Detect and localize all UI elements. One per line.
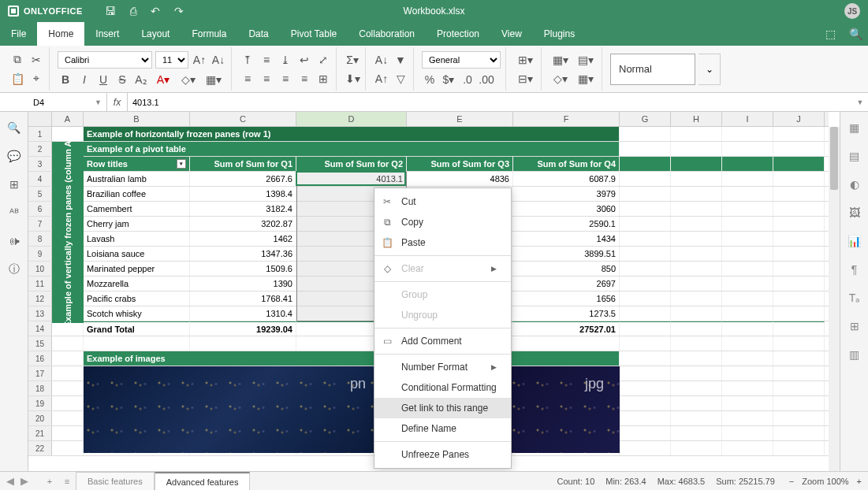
cell[interactable]	[620, 396, 671, 410]
cell[interactable]	[722, 157, 773, 171]
menu-layout[interactable]: Layout	[130, 22, 181, 46]
cell[interactable]	[671, 321, 722, 336]
cell[interactable]: 2697	[513, 277, 620, 291]
cell[interactable]	[52, 336, 84, 351]
increase-font-icon[interactable]: A↑	[192, 52, 207, 68]
row-header-14[interactable]: 14	[28, 321, 52, 336]
cell[interactable]	[722, 187, 773, 201]
cell[interactable]: Sum of Sum for Q4	[513, 157, 620, 171]
insert-cells-icon[interactable]: ⊞▾	[514, 52, 536, 68]
cell[interactable]	[52, 351, 84, 366]
cell[interactable]	[620, 336, 671, 351]
justify-icon[interactable]: ≡	[296, 71, 312, 87]
cell[interactable]: Cherry jam	[84, 217, 190, 231]
fill-color-button[interactable]: ◇▾	[177, 72, 199, 87]
cell[interactable]	[620, 127, 671, 141]
select-all-corner[interactable]	[28, 112, 52, 126]
cell[interactable]: Sum of Sum for Q1	[190, 157, 296, 171]
copy-icon[interactable]: ⧉	[9, 52, 25, 68]
cell[interactable]	[671, 172, 722, 186]
cell[interactable]: Grand Total	[84, 321, 190, 336]
cell[interactable]: Example of images	[84, 351, 620, 366]
cell[interactable]	[722, 127, 773, 141]
ctx-conditional-formatting[interactable]: Conditional Formatting	[374, 377, 511, 398]
cell[interactable]: 1347.36	[190, 247, 296, 261]
ctx-unfreeze-panes[interactable]: Unfreeze Panes	[374, 444, 511, 465]
cell[interactable]: 850	[513, 262, 620, 276]
cell[interactable]	[773, 351, 825, 366]
cell[interactable]	[773, 202, 825, 216]
cell[interactable]: Sum of Sum for Q2	[296, 157, 407, 171]
cell[interactable]: Loisiana sauce	[84, 247, 190, 261]
undo-icon[interactable]: ↶	[151, 5, 160, 17]
cell[interactable]	[671, 336, 722, 351]
orientation-icon[interactable]: ⤢	[315, 52, 331, 68]
find-icon[interactable]: 🔍	[6, 120, 22, 135]
col-header-E[interactable]: E	[407, 112, 513, 126]
cell[interactable]	[722, 247, 773, 261]
cell-style-normal[interactable]: Normal	[610, 54, 695, 85]
open-location-icon[interactable]: ⬚	[818, 22, 843, 46]
spellcheck-icon[interactable]: ᴬᴮ	[6, 205, 22, 221]
cell[interactable]	[773, 262, 825, 276]
chat-icon[interactable]: ⊞	[6, 176, 22, 192]
cell[interactable]	[722, 411, 773, 425]
text-art-icon[interactable]: Tₐ	[847, 290, 862, 306]
sum-icon[interactable]: Σ▾	[345, 52, 360, 68]
cell[interactable]	[773, 396, 825, 410]
image-png[interactable]: pn	[84, 366, 382, 453]
name-box[interactable]: D4▼	[28, 93, 107, 111]
font-size-select[interactable]: 11	[155, 51, 188, 69]
row-header-3[interactable]: 3	[28, 157, 52, 171]
cell[interactable]	[722, 351, 773, 366]
sort-desc-icon[interactable]: A↑	[374, 71, 389, 87]
cell[interactable]: 3979	[513, 187, 620, 201]
cell[interactable]	[773, 336, 825, 351]
sheet-tab-basic-features[interactable]: Basic features	[76, 472, 155, 490]
next-sheet-icon[interactable]: ▶	[20, 475, 28, 487]
cell[interactable]: 3202.87	[190, 217, 296, 231]
cell[interactable]	[722, 396, 773, 410]
row-header-2[interactable]: 2	[28, 142, 52, 156]
menu-pivot-table[interactable]: Pivot Table	[280, 22, 348, 46]
cell[interactable]	[773, 381, 825, 395]
cell[interactable]	[620, 202, 671, 216]
cut-icon[interactable]: ✂	[28, 52, 44, 68]
ctx-define-name[interactable]: Define Name	[374, 418, 511, 439]
cell[interactable]	[671, 366, 722, 380]
col-header-H[interactable]: H	[671, 112, 722, 126]
col-header-I[interactable]: I	[722, 112, 773, 126]
cell[interactable]	[671, 142, 722, 156]
filter-dropdown-icon[interactable]: ▾	[177, 159, 186, 169]
cell[interactable]	[722, 381, 773, 395]
clear-filter-icon[interactable]: ▽	[393, 71, 408, 87]
cell[interactable]	[773, 277, 825, 291]
cell[interactable]	[671, 291, 722, 306]
cell[interactable]	[722, 291, 773, 306]
ctx-copy[interactable]: ⧉Copy	[374, 212, 511, 232]
cell[interactable]	[513, 336, 620, 351]
cell[interactable]	[190, 336, 296, 351]
cell[interactable]	[773, 366, 825, 380]
cell[interactable]: Row titles▾	[84, 157, 190, 171]
strikethrough-button[interactable]: S	[114, 72, 130, 87]
menu-home[interactable]: Home	[37, 22, 84, 46]
table-template-icon[interactable]: ▤▾	[575, 52, 597, 68]
sheet-list-button[interactable]: ≡	[58, 472, 76, 490]
vertical-scrollbar[interactable]	[829, 127, 840, 471]
comments-icon[interactable]: 💬	[6, 148, 22, 164]
cell[interactable]	[620, 247, 671, 261]
align-left-icon[interactable]: ≡	[240, 71, 255, 87]
col-header-C[interactable]: C	[190, 112, 296, 126]
cell[interactable]: 4013.1	[296, 172, 407, 186]
cell[interactable]	[722, 277, 773, 291]
cell[interactable]: Marinated pepper	[84, 262, 190, 276]
cell[interactable]: Pacific crabs	[84, 291, 190, 306]
cell[interactable]: 19239.04	[190, 321, 296, 336]
cell[interactable]	[620, 441, 671, 455]
menu-formula[interactable]: Formula	[181, 22, 237, 46]
percent-icon[interactable]: %	[422, 72, 438, 87]
ctx-number-format[interactable]: Number Format▶	[374, 357, 511, 377]
cell[interactable]	[773, 306, 825, 321]
prev-sheet-icon[interactable]: ◀	[6, 475, 14, 487]
